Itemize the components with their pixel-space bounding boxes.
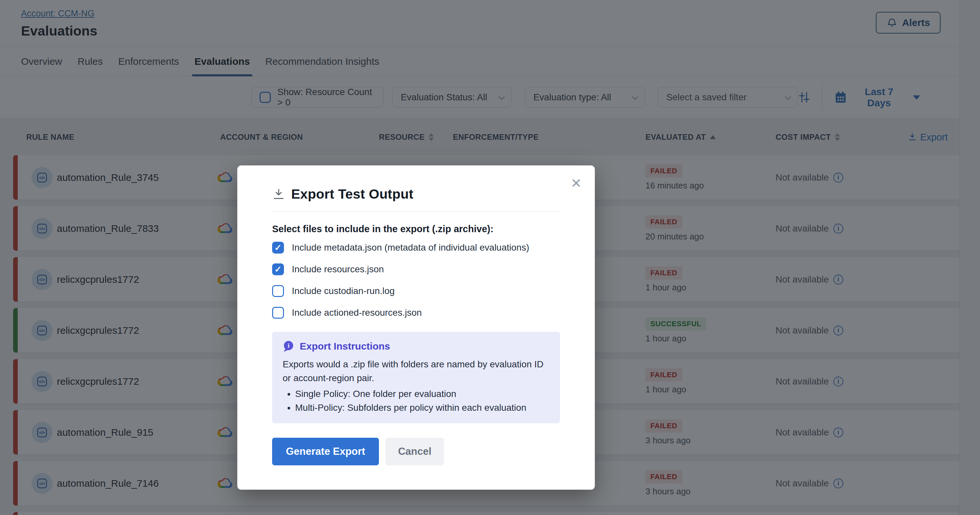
modal-actions: Generate Export Cancel xyxy=(272,438,560,466)
option-metadata-json[interactable]: Include metadata.json (metadata of indiv… xyxy=(272,242,560,254)
close-button[interactable]: ✕ xyxy=(571,177,582,190)
option-actioned-resources-json[interactable]: Include actioned-resources.json xyxy=(272,307,560,319)
modal-title: Export Test Output xyxy=(291,187,414,202)
instructions-title: Export Instructions xyxy=(300,341,390,352)
export-instructions-box: i Export Instructions Exports would a .z… xyxy=(272,332,560,423)
svg-text:i: i xyxy=(288,342,289,349)
info-bubble-icon: i xyxy=(283,340,294,352)
modal-title-row: Export Test Output xyxy=(272,187,560,202)
option-resources-json[interactable]: Include resources.json xyxy=(272,263,560,275)
bullet-single-policy: Single Policy: One folder per evaluation xyxy=(295,387,549,401)
checkbox[interactable] xyxy=(272,263,284,275)
generate-export-button[interactable]: Generate Export xyxy=(272,438,379,466)
checkbox[interactable] xyxy=(272,242,284,254)
checkbox[interactable] xyxy=(272,307,284,319)
download-icon xyxy=(272,188,285,201)
export-options: Include metadata.json (metadata of indiv… xyxy=(272,242,560,319)
option-custodian-run-log[interactable]: Include custodian-run.log xyxy=(272,285,560,297)
checkbox[interactable] xyxy=(272,285,284,297)
evaluations-page: Account: CCM-NG Evaluations Alerts Overv… xyxy=(0,0,980,515)
cancel-button[interactable]: Cancel xyxy=(385,438,444,466)
close-icon: ✕ xyxy=(571,176,582,190)
instructions-bullets: Single Policy: One folder per evaluation… xyxy=(283,387,549,415)
export-modal: ✕ Export Test Output Select files to inc… xyxy=(237,166,595,489)
instructions-body: Exports would a .zip file with folders a… xyxy=(283,357,546,385)
bullet-multi-policy: Multi-Policy: Subfolders per policy with… xyxy=(295,401,549,415)
file-select-label: Select files to include in the export (.… xyxy=(272,224,560,234)
